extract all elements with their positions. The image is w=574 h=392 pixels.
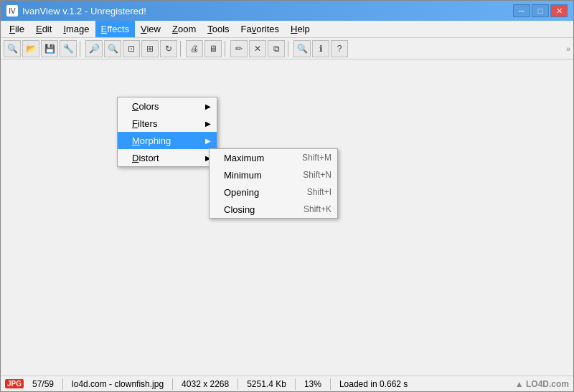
filename: lo4d.com - clownfish.jpg	[72, 379, 164, 389]
colors-arrow-icon: ▶	[205, 102, 211, 110]
menu-image-label: Image	[63, 24, 89, 34]
toolbar-search-btn[interactable]: 🔍	[4, 40, 21, 57]
toolbar-info-btn[interactable]: ℹ	[312, 40, 329, 57]
status-sep-5	[330, 378, 331, 390]
morphing-arrow-icon: ▶	[205, 137, 211, 145]
morphing-opening-shortcut: Shift+I	[293, 187, 331, 197]
morphing-minimum-item[interactable]: Minimum Shift+N	[210, 166, 337, 183]
status-sep-2	[172, 378, 173, 390]
toolbar-sep-4	[288, 41, 291, 57]
title-buttons: ─ □ ✕	[513, 4, 568, 17]
effects-dropdown[interactable]: Colors ▶ Filters ▶ Morphing ▶ Distort ▶	[117, 97, 217, 167]
menu-image[interactable]: Image	[57, 21, 95, 37]
toolbar-rotate-btn[interactable]: ↻	[160, 40, 177, 57]
morphing-submenu[interactable]: Maximum Shift+M Minimum Shift+N Opening …	[209, 148, 338, 219]
menu-edit[interactable]: Edit	[30, 21, 57, 37]
toolbar-save-btn[interactable]: 💾	[41, 40, 58, 57]
toolbar-sep-1	[80, 41, 83, 57]
file-counter: 57/59	[32, 379, 54, 389]
status-sep-4	[295, 378, 296, 390]
close-button[interactable]: ✕	[550, 4, 568, 17]
toolbar-search2-btn[interactable]: 🔍	[293, 40, 311, 57]
effects-morphing-label: Morphing	[132, 135, 171, 146]
menu-favorites[interactable]: Favorites	[235, 21, 285, 37]
title-bar-left: IV IvanView v.1.2 - Unregistered!	[6, 5, 146, 16]
effects-morphing-item[interactable]: Morphing ▶	[118, 132, 217, 149]
menu-edit-label: Edit	[36, 24, 52, 34]
morphing-maximum-item[interactable]: Maximum Shift+M	[210, 149, 337, 166]
toolbar-fit-btn[interactable]: ⊡	[123, 40, 140, 57]
filters-arrow-icon: ▶	[205, 120, 211, 128]
effects-filters-label: Filters	[132, 118, 157, 129]
morphing-maximum-label: Maximum	[224, 153, 264, 163]
toolbar-settings-btn[interactable]: 🔧	[60, 40, 77, 57]
title-bar: IV IvanView v.1.2 - Unregistered! ─ □ ✕	[1, 1, 573, 21]
menu-help[interactable]: Help	[285, 21, 316, 37]
morphing-opening-label: Opening	[224, 187, 259, 198]
toolbar-edit-btn[interactable]: ✏	[230, 40, 248, 57]
menu-overlay: Colors ▶ Filters ▶ Morphing ▶ Distort ▶	[1, 97, 573, 376]
morphing-maximum-shortcut: Shift+M	[288, 153, 331, 163]
menu-file-label: File	[9, 24, 24, 34]
menu-effects[interactable]: Effects	[95, 21, 136, 37]
minimize-button[interactable]: ─	[513, 4, 530, 17]
effects-filters-item[interactable]: Filters ▶	[118, 115, 217, 132]
toolbar-zoom-out-btn[interactable]: 🔍	[104, 40, 121, 57]
filesize: 5251.4 Kb	[247, 379, 286, 389]
toolbar-copy-btn[interactable]: ⧉	[268, 40, 285, 57]
morphing-opening-item[interactable]: Opening Shift+I	[210, 183, 337, 201]
toolbar-sep-2	[180, 41, 183, 57]
menu-effects-label: Effects	[101, 24, 130, 34]
dimensions: 4032 x 2268	[182, 379, 229, 389]
menubar: File Edit Image Effects View Zoom Tools …	[1, 21, 573, 38]
zoom-level: 13%	[304, 379, 321, 389]
effects-distort-item[interactable]: Distort ▶	[118, 149, 217, 166]
content-area: Colors ▶ Filters ▶ Morphing ▶ Distort ▶	[1, 59, 573, 376]
maximize-button[interactable]: □	[532, 4, 549, 17]
menu-tools-label: Tools	[207, 24, 229, 34]
toolbar-sep-3	[225, 41, 227, 57]
toolbar-print-btn[interactable]: 🖨	[186, 40, 203, 57]
toolbar-end: »	[566, 44, 570, 53]
window-title: IvanView v.1.2 - Unregistered!	[22, 6, 146, 16]
watermark-logo: ▲ LO4D.com	[515, 379, 569, 389]
menu-help-label: Help	[291, 24, 310, 34]
menu-view-label: View	[141, 24, 161, 34]
toolbar-delete-btn[interactable]: ✕	[249, 40, 266, 57]
menu-file[interactable]: File	[4, 21, 30, 37]
morphing-closing-item[interactable]: Closing Shift+K	[210, 201, 337, 218]
menu-favorites-label: Favorites	[241, 24, 279, 34]
status-sep-1	[62, 378, 63, 390]
morphing-minimum-label: Minimum	[224, 170, 262, 181]
statusbar: JPG 57/59 lo4d.com - clownfish.jpg 4032 …	[1, 376, 573, 391]
format-badge: JPG	[5, 379, 24, 388]
morphing-closing-shortcut: Shift+K	[289, 204, 331, 214]
app-icon: IV	[6, 5, 18, 16]
morphing-closing-label: Closing	[224, 204, 255, 215]
toolbar-help-btn[interactable]: ?	[331, 40, 348, 57]
effects-colors-item[interactable]: Colors ▶	[118, 97, 217, 115]
menu-zoom[interactable]: Zoom	[166, 21, 202, 37]
toolbar: 🔍 📂 💾 🔧 🔎 🔍 ⊡ ⊞ ↻ 🖨 🖥 ✏ ✕ ⧉ 🔍 ℹ ? »	[1, 38, 573, 59]
toolbar-zoom-in-btn[interactable]: 🔎	[85, 40, 103, 57]
toolbar-monitor-btn[interactable]: 🖥	[204, 40, 222, 57]
toolbar-actual-btn[interactable]: ⊞	[141, 40, 159, 57]
effects-distort-label: Distort	[132, 153, 159, 163]
menu-tools[interactable]: Tools	[202, 21, 235, 37]
toolbar-open-btn[interactable]: 📂	[22, 40, 39, 57]
load-time: Loaded in 0.662 s	[339, 379, 408, 389]
menu-zoom-label: Zoom	[172, 24, 196, 34]
morphing-minimum-shortcut: Shift+N	[288, 170, 331, 180]
main-window: IV IvanView v.1.2 - Unregistered! ─ □ ✕ …	[0, 0, 574, 392]
effects-colors-label: Colors	[132, 101, 159, 112]
menu-view[interactable]: View	[135, 21, 166, 37]
status-sep-3	[237, 378, 238, 390]
